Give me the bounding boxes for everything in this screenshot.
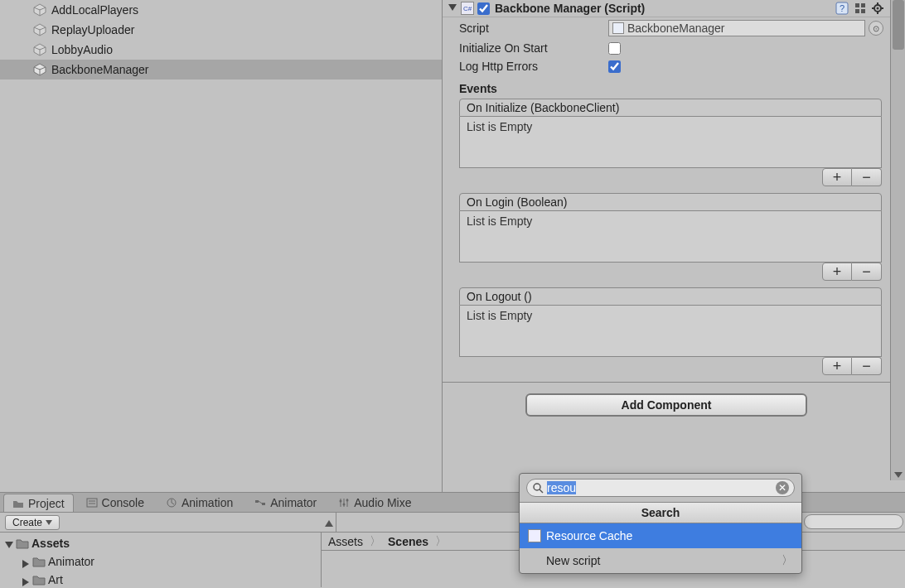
dropdown-arrow-icon [46,517,52,528]
component-enabled-checkbox[interactable] [477,2,490,15]
property-log-http-errors: Log Http Errors [443,57,890,75]
event-header: On Initialize (BackboneClient) [459,99,882,117]
tab-animation[interactable]: Animation [157,494,242,512]
component-title: Backbone Manager (Script) [493,2,830,15]
console-icon [86,497,98,508]
property-initialize-on-start: Initialize On Start [443,39,890,57]
property-label: Log Http Errors [459,60,608,73]
popup-result-resource-cache[interactable]: Resource Cache [520,523,801,548]
expand-arrow-icon[interactable] [22,576,30,584]
svg-rect-37 [262,503,265,505]
svg-marker-48 [22,578,29,586]
event-on-login: On Login (Boolean) List is Empty + − [459,193,882,282]
scrollbar-down-icon[interactable] [893,469,904,480]
tab-console[interactable]: Console [77,494,153,512]
hierarchy-item[interactable]: ReplayUploader [0,20,442,40]
clear-search-button[interactable]: ✕ [776,481,789,494]
hierarchy-item[interactable]: LobbyAudio [0,40,442,60]
hierarchy-item[interactable]: AddLocalPlayers [0,0,442,20]
audio-mixer-icon [338,497,350,508]
log-http-errors-checkbox[interactable] [608,60,621,73]
preset-icon[interactable] [854,2,867,15]
breadcrumb-assets[interactable]: Assets [328,535,363,548]
event-body: List is Empty [459,117,882,168]
gear-icon[interactable] [872,2,885,15]
event-on-initialize: On Initialize (BackboneClient) List is E… [459,99,882,188]
hierarchy-panel: AddLocalPlayers ReplayUploader LobbyAudi… [0,0,443,492]
folder-icon [32,556,46,567]
component-search-input[interactable] [547,481,776,494]
event-add-button[interactable]: + [822,168,852,186]
gameobject-icon [33,23,46,36]
property-label: Script [459,22,608,35]
tree-label: Assets [31,537,70,550]
svg-point-42 [340,500,342,503]
tab-animator[interactable]: Animator [245,494,326,512]
create-label: Create [12,517,42,528]
tree-row-animator[interactable]: Animator [0,552,321,571]
svg-text:?: ? [840,3,845,13]
breadcrumb-scenes[interactable]: Scenes [388,535,428,548]
tab-label: Animation [181,496,233,509]
hierarchy-item-selected[interactable]: BackboneManager [0,60,442,80]
property-script: Script BackboneManager ⊙ [443,17,890,39]
tab-audio-mixer[interactable]: Audio Mixe [329,494,420,512]
event-header: On Logout () [459,287,882,306]
tree-row-art[interactable]: Art [0,571,321,588]
search-icon [532,482,544,494]
svg-marker-45 [46,520,52,525]
popup-row-label: New script [546,554,600,567]
tab-label: Audio Mixe [354,496,411,509]
expand-arrow-icon[interactable] [22,557,30,566]
chevron-right-icon: 〉 [782,553,793,568]
event-remove-button[interactable]: − [852,168,882,186]
tab-label: Project [28,497,65,510]
svg-point-24 [877,7,879,10]
create-button[interactable]: Create [5,515,60,530]
svg-line-38 [259,501,262,504]
script-object-field[interactable]: BackboneManager [608,20,865,36]
event-body: List is Empty [459,306,882,357]
add-component-button[interactable]: Add Component [525,393,807,417]
tree-row-assets[interactable]: Assets [0,534,321,552]
initialize-on-start-checkbox[interactable] [608,42,621,55]
event-add-button[interactable]: + [822,357,852,375]
component-search-field[interactable]: ✕ [526,479,795,497]
event-remove-button[interactable]: − [852,263,882,281]
hierarchy-item-label: ReplayUploader [51,23,134,36]
event-body: List is Empty [459,211,882,263]
project-split-arrow-icon[interactable] [322,513,336,533]
inspector-scrollbar[interactable] [890,0,905,480]
project-tree: Assets Animator Art [0,533,322,587]
svg-rect-22 [861,9,865,13]
event-add-button[interactable]: + [822,263,852,281]
project-search-field[interactable] [804,514,903,529]
tab-project[interactable]: Project [3,494,74,512]
event-header: On Login (Boolean) [459,193,882,211]
tab-label: Console [102,496,144,509]
animator-icon [254,497,266,508]
svg-marker-16 [448,4,457,11]
popup-result-new-script[interactable]: New script 〉 [520,548,801,573]
script-mini-icon [612,22,624,34]
event-on-logout: On Logout () List is Empty + − [459,287,882,377]
object-picker-icon[interactable]: ⊙ [869,21,883,36]
script-object-value: BackboneManager [627,22,725,35]
hierarchy-item-label: BackboneManager [51,63,149,76]
tree-label: Art [48,573,63,586]
breadcrumb-label: Assets [328,535,363,548]
help-icon[interactable]: ? [835,2,849,15]
svg-rect-30 [87,499,97,507]
popup-row-label: Resource Cache [546,529,632,542]
events-section-label: Events [443,75,890,99]
svg-rect-19 [855,3,859,7]
scrollbar-thumb[interactable] [893,0,904,50]
animation-icon [166,497,177,508]
expand-arrow-icon[interactable] [5,539,13,547]
folder-icon [32,574,46,586]
component-header[interactable]: C# Backbone Manager (Script) ? [443,0,890,17]
svg-marker-46 [5,542,13,548]
svg-marker-49 [325,520,333,527]
foldout-arrow-icon[interactable] [448,3,457,13]
event-remove-button[interactable]: − [852,357,882,375]
